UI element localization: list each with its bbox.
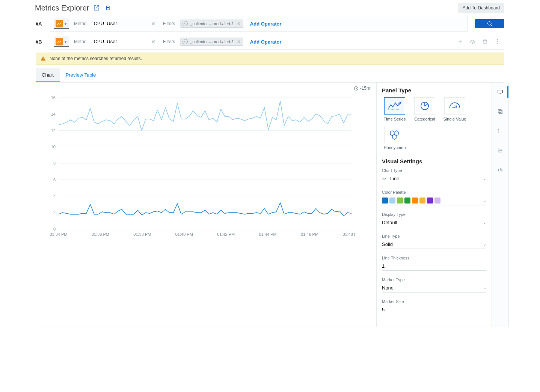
query-card-a: ▾ Metric ✕ Filters _collector = prod-ale… xyxy=(50,16,468,32)
marker-type-select[interactable]: None ⌄ xyxy=(382,283,486,292)
banner-text: None of the metrics searches returned re… xyxy=(50,56,142,61)
line-type-label: Line Type xyxy=(382,234,486,238)
svg-text:16: 16 xyxy=(51,95,56,100)
marker-size-label: Marker Size xyxy=(382,299,486,304)
svg-rect-14 xyxy=(43,60,43,60)
color-swatch[interactable] xyxy=(427,198,433,204)
visibility-icon[interactable] xyxy=(470,39,475,45)
query-type-selector[interactable]: ▾ xyxy=(54,36,69,47)
panel-type-label: Single Value xyxy=(442,117,468,121)
svg-text:2: 2 xyxy=(53,210,56,215)
metrics-icon xyxy=(56,20,63,27)
chart-type-value: Line xyxy=(390,176,400,181)
color-swatch[interactable] xyxy=(397,198,403,204)
metric-label: Metric xyxy=(74,21,86,26)
add-to-dashboard-button[interactable]: Add To Dashboard xyxy=(458,3,504,13)
not-icon xyxy=(183,39,188,44)
save-icon[interactable] xyxy=(104,4,112,12)
row-more-icon[interactable] xyxy=(495,39,500,45)
query-row-b: #B ▾ Metric ✕ Filters _collector = prod-… xyxy=(36,34,504,50)
color-palette[interactable]: ⌄ xyxy=(382,196,486,205)
rail-axis-icon[interactable] xyxy=(492,125,508,137)
filter-chip[interactable]: _collector = prod-alert-1 ✕ xyxy=(180,20,243,28)
metric-input[interactable] xyxy=(92,19,149,28)
svg-text:01:44 PM: 01:44 PM xyxy=(259,232,277,237)
page: Metrics Explorer Add To Dashboard #A ▾ M xyxy=(31,0,509,345)
chevron-down-icon: ⌄ xyxy=(483,220,486,225)
marker-type-label: Marker Type xyxy=(382,277,486,282)
query-type-selector[interactable]: ▾ xyxy=(54,18,69,29)
chart-type-select[interactable]: Line ⌄ xyxy=(382,174,486,183)
filter-text: _collector = prod-alert-1 xyxy=(190,39,234,44)
marker-size-section: Marker Size xyxy=(382,299,486,314)
clear-metric-icon[interactable]: ✕ xyxy=(151,39,155,45)
display-type-value: Default xyxy=(382,220,397,225)
line-thickness-input[interactable] xyxy=(382,262,486,271)
color-swatch[interactable] xyxy=(412,198,418,204)
color-swatch[interactable] xyxy=(434,198,440,204)
rail-code-icon[interactable] xyxy=(492,164,508,176)
display-type-select[interactable]: Default ⌄ xyxy=(382,218,486,227)
warning-banner: None of the metrics searches returned re… xyxy=(36,53,504,65)
tab-preview[interactable]: Preview Table xyxy=(60,68,102,82)
chevron-down-icon: ⌄ xyxy=(483,198,486,203)
svg-rect-1 xyxy=(107,8,109,10)
svg-line-6 xyxy=(491,25,492,26)
time-range-text: -15m xyxy=(360,86,370,91)
tab-chart[interactable]: Chart xyxy=(36,68,60,82)
remove-filter-icon[interactable]: ✕ xyxy=(237,39,241,44)
panel-type-timeseries[interactable]: Time Series xyxy=(382,97,407,121)
metrics-icon xyxy=(56,38,63,45)
query-id-a: #A xyxy=(36,21,46,27)
svg-text:6: 6 xyxy=(53,178,56,182)
color-swatch[interactable] xyxy=(419,198,425,204)
panel-type-categorical[interactable]: Categorical xyxy=(412,97,437,121)
header-more-icon[interactable] xyxy=(448,3,454,12)
metric-input[interactable] xyxy=(92,37,149,46)
rail-duplicate-icon[interactable] xyxy=(492,106,508,117)
chevron-down-icon: ▾ xyxy=(65,40,66,44)
line-type-select[interactable]: Solid ⌄ xyxy=(382,240,486,249)
display-type-section: Display Type Default ⌄ xyxy=(382,212,486,227)
query-rows: #A ▾ Metric ✕ Filters _collector = prod-… xyxy=(31,16,509,50)
svg-text:01:36 PM: 01:36 PM xyxy=(92,232,109,237)
remove-filter-icon[interactable]: ✕ xyxy=(237,21,241,26)
clear-metric-icon[interactable]: ✕ xyxy=(151,21,155,27)
marker-size-input[interactable] xyxy=(382,305,486,314)
rail-display-icon[interactable] xyxy=(492,86,508,98)
svg-rect-0 xyxy=(107,6,109,7)
filters-label: Filters xyxy=(163,39,175,44)
svg-point-5 xyxy=(488,22,491,25)
color-swatch[interactable] xyxy=(389,198,395,204)
chevron-down-icon: ⌄ xyxy=(483,285,486,290)
color-swatch[interactable] xyxy=(382,198,388,204)
svg-rect-13 xyxy=(43,58,43,59)
open-external-icon[interactable] xyxy=(93,4,100,12)
line-icon xyxy=(382,176,387,181)
main: -15m 024681012141601:34 PM01:36 PM01:38 … xyxy=(36,83,509,327)
svg-point-3 xyxy=(450,8,450,8)
panel-type-honeycomb[interactable]: Honeycomb xyxy=(382,126,407,150)
query-row-a: #A ▾ Metric ✕ Filters _collector = prod-… xyxy=(36,16,504,32)
color-swatch[interactable] xyxy=(404,198,410,204)
marker-type-section: Marker Type None ⌄ xyxy=(382,277,486,292)
delete-icon[interactable] xyxy=(482,39,488,45)
page-title: Metrics Explorer xyxy=(35,4,89,12)
svg-rect-51 xyxy=(498,110,501,113)
filter-text: _collector = prod-alert-1 xyxy=(190,21,234,26)
panel-type-label: Honeycomb xyxy=(382,145,407,150)
visual-settings-title: Visual Settings xyxy=(382,158,486,164)
add-query-icon[interactable] xyxy=(457,39,463,45)
chart-type-section: Chart Type Line ⌄ xyxy=(382,168,486,183)
svg-point-9 xyxy=(472,41,474,42)
rail-list-icon[interactable]: 123 xyxy=(492,145,508,156)
add-operator-link[interactable]: Add Operator xyxy=(250,21,282,27)
search-button[interactable] xyxy=(475,19,504,28)
filter-chip[interactable]: _collector = prod-alert-1 ✕ xyxy=(180,38,243,46)
svg-point-2 xyxy=(450,7,450,8)
svg-text:01:42 PM: 01:42 PM xyxy=(217,232,235,237)
panel-type-single[interactable]: 123 Single Value xyxy=(442,97,468,121)
add-operator-link[interactable]: Add Operator xyxy=(250,39,282,45)
time-range-badge[interactable]: -15m xyxy=(354,86,370,91)
svg-text:01:40 PM: 01:40 PM xyxy=(175,232,193,237)
